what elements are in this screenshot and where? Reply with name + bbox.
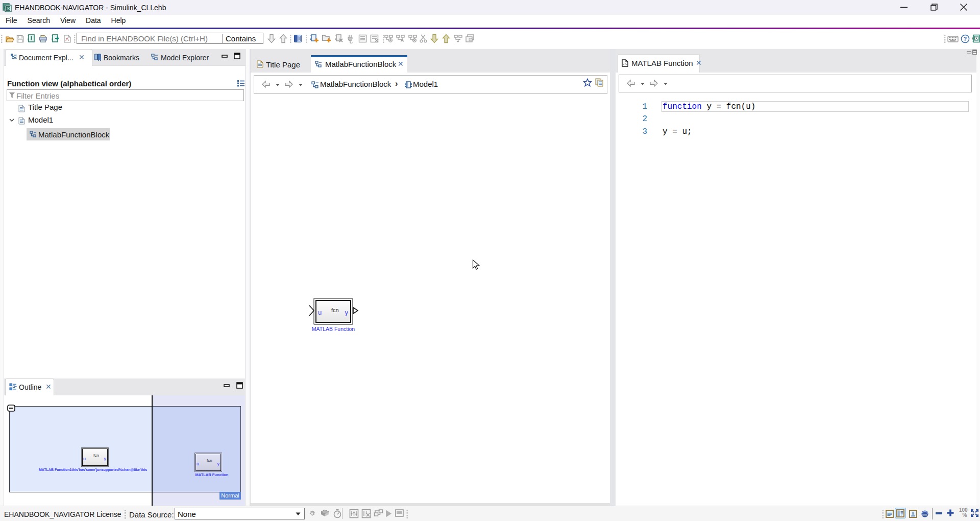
svg-text:?: ? — [964, 36, 967, 42]
svg-text:</>: </> — [623, 63, 627, 66]
